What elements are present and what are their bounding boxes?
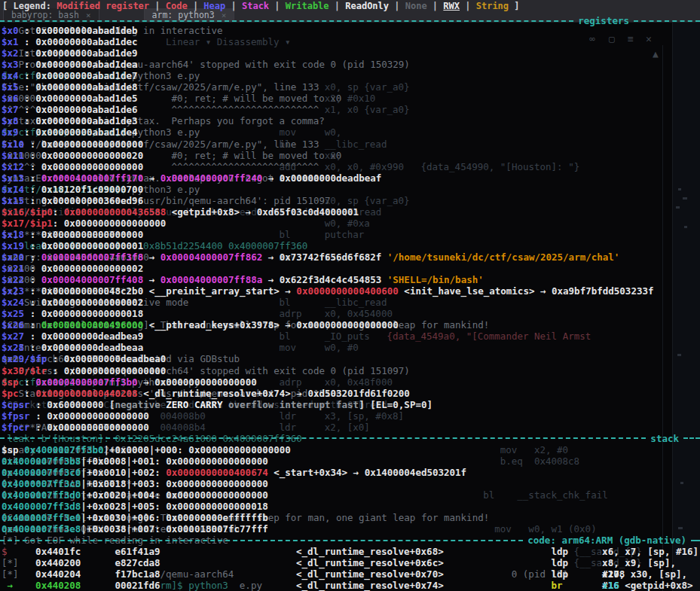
register-row: $fpcr : 0x0000000000000000 <box>0 422 700 433</box>
register-row: $x11 : 0x0000000000000020 <box>0 150 700 161</box>
legend-readonly: ReadOnly <box>345 1 389 11</box>
register-row: $x23 : 0x000000000048c2b0 <__preinit_arr… <box>0 285 700 297</box>
register-row: $x21 : 0x0000000000000002 <box>0 263 700 274</box>
register-row: $x29/$fp : 0x00000000deadbea0 <box>0 353 700 364</box>
register-row: $x18 : 0x0000000000000000 <box>0 229 700 240</box>
register-row: $x28 : 0x00000000deadbeaa <box>0 342 700 353</box>
register-row: $pc : 0x0000000000440208 <_dl_runtime_re… <box>0 388 700 399</box>
legend-none: None <box>405 1 427 11</box>
register-row: $x10 : 0x0000000000000000 <box>0 139 700 150</box>
legend-heap: Heap <box>203 1 225 11</box>
code-row: 0x440200e827cda8<_dl_runtime_resolve+0x6… <box>0 557 700 568</box>
register-row: $cpsr : 0x60000000 [negative ZERO CARRY … <box>0 399 700 410</box>
legend-writable: Writable <box>286 1 329 11</box>
register-row: $x13 : 0x00004000007ff170 → 0x0000400000… <box>0 172 700 184</box>
register-row: $x7 : 0x00000000abad1de6 <box>0 104 700 115</box>
section-label: stack <box>646 433 683 444</box>
register-row: $x14 : 0x18120f1c09000700 <box>0 184 700 195</box>
stack-row: 0x4000007ff3b8|+0x0008|+001: 0x000000000… <box>0 455 700 467</box>
stack-row: 0x4000007ff3e0|+0x0030|+006: 0x00000000e… <box>0 512 700 523</box>
register-row: $x20 : 0x00004000007ff3f8 → 0x0000400000… <box>0 251 700 263</box>
register-row: $x25 : 0x0000000000000018 <box>0 308 700 319</box>
register-row: $x9 : 0x00000000abad1de4 <box>0 126 700 138</box>
stack-row: 0x4000007ff3d8|+0x0028|+005: 0x000000000… <box>0 501 700 512</box>
register-row: $x15 : 0x000000000360ed96 <box>0 195 700 206</box>
stack-row: $sp 0x4000007ff3b0|+0x0000|+000: 0x00000… <box>0 444 700 455</box>
stack-row: 0x4000007ff3e8|+0x0038|+007: 0x000018007… <box>0 523 700 535</box>
register-row: $x3 : 0x00000000abad1dea <box>0 59 700 70</box>
register-row: $x6 : 0x00000000abad1de5 <box>0 93 700 104</box>
register-row: $x16/$ip0: 0x0000000000436588 <getpid+0x… <box>0 206 700 218</box>
register-row: $x26 : 0x0000000000496000 <__pthread_key… <box>0 319 700 331</box>
section-label: code: arm64:ARM (gdb-native) <box>523 535 691 546</box>
code-row-current: →0x44020800021fd6<_dl_runtime_resolve+0x… <box>0 580 700 591</box>
register-row: $x0 : 0x00000000abad1deb <box>0 25 700 36</box>
register-row: $x8 : 0x00000000abad1de3 <box>0 115 700 126</box>
section-header-code: code: arm64:ARM (gdb-native) <box>0 535 700 546</box>
register-row: $fpsr : 0x0000000000000000 <box>0 410 700 422</box>
legend-rwx: RWX <box>443 1 460 11</box>
register-row: $x22 : 0x00004000007ff408 → 0x0000400000… <box>0 274 700 285</box>
section-header-stack: stack <box>0 433 700 444</box>
gef-legend: [ Legend: Modified register | Code | Hea… <box>2 1 520 12</box>
stack-row: 0x4000007ff3d0|+0x0020|+004: 0x000000000… <box>0 489 700 501</box>
register-row: $x19 : 0x0000000000000001 <box>0 240 700 251</box>
register-row: $x4 : 0x00000000abad1de7 <box>0 70 700 81</box>
stack-row: 0x4000007ff3c0|+0x0010|+002: 0x000000000… <box>0 467 700 478</box>
register-row: $x30/$lr : 0x0000000000000000 <box>0 365 700 376</box>
register-row: $x1 : 0x00000000abad1dec <box>0 36 700 47</box>
legend-string: String <box>476 1 509 11</box>
legend-modified-register: Modified register <box>57 1 149 11</box>
terminal-screen: babyrop: bash×arm: python3× [ Legend: Mo… <box>0 0 700 591</box>
register-row: $x5 : 0x00000000abad1de8 <box>0 81 700 93</box>
register-row: $x12 : 0x0000000000000000 <box>0 161 700 172</box>
register-row: $x24 : 0x0000000000000002 <box>0 297 700 308</box>
stack-row: 0x4000007ff3c8|+0x0018|+003: 0x000000000… <box>0 478 700 489</box>
register-row: $sp : 0x00004000007ff3b0 → 0x00000000000… <box>0 376 700 388</box>
register-row: $x2 : 0x00000000abad1de9 <box>0 47 700 59</box>
legend-stack: Stack <box>242 1 269 11</box>
register-row: $x27 : 0x00000000deadbea9 <box>0 331 700 342</box>
code-row: 0x4401fce61f41a9<_dl_runtime_resolve+0x6… <box>0 546 700 557</box>
code-row: 0x440204f17bc1a8<_dl_runtime_resolve+0x7… <box>0 568 700 580</box>
legend-code: Code <box>166 1 188 11</box>
register-row: $x17/$ip1: 0x0000000000000000 <box>0 218 700 229</box>
